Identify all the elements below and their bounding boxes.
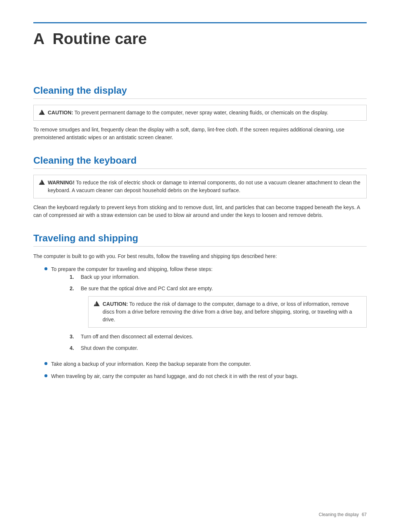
caution-label-display: CAUTION:	[48, 110, 73, 116]
section-cleaning-keyboard: Cleaning the keyboard WARNING! To reduce…	[33, 155, 367, 219]
section-title-cleaning-display: Cleaning the display	[33, 85, 367, 99]
warning-box-content-keyboard: WARNING! To reduce the risk of electric …	[48, 179, 361, 194]
chapter-letter: A	[33, 30, 44, 47]
numbered-label-3: 3.	[70, 333, 77, 341]
caution-triangle-drive-icon	[94, 301, 100, 306]
warning-box-keyboard: WARNING! To reduce the risk of electric …	[33, 175, 367, 198]
caution-label-drive: CAUTION:	[103, 301, 128, 307]
footer-page-number: 67	[362, 512, 367, 517]
caution-box-drive: CAUTION: To reduce the risk of damage to…	[88, 296, 367, 328]
bullet-text-prepare: To prepare the computer for traveling an…	[51, 265, 367, 356]
numbered-text-3: Turn off and then disconnect all externa…	[81, 333, 367, 341]
body-text-traveling-intro: The computer is built to go with you. Fo…	[33, 252, 367, 260]
bullet-dot-prepare	[44, 267, 47, 270]
body-text-display: To remove smudges and lint, frequently c…	[33, 126, 367, 141]
section-cleaning-display: Cleaning the display CAUTION: To prevent…	[33, 85, 367, 141]
caution-text-drive: To reduce the risk of damage to the comp…	[103, 301, 352, 322]
numbered-list-steps: 1. Back up your information. 2. Be sure …	[70, 273, 367, 352]
caution-text-display: To prevent permanent damage to the compu…	[74, 110, 328, 116]
warning-triangle-icon	[39, 180, 45, 185]
body-text-keyboard: Clean the keyboard regularly to prevent …	[33, 204, 367, 219]
chapter-title-text: Routine care	[53, 30, 147, 47]
section-title-traveling: Traveling and shipping	[33, 232, 367, 247]
bullet-dot-backup	[44, 362, 47, 365]
warning-label-keyboard: WARNING!	[48, 180, 74, 185]
caution-box-content-drive: CAUTION: To reduce the risk of damage to…	[103, 300, 361, 324]
bullet-dot-air	[44, 374, 47, 377]
warning-text-keyboard: To reduce the risk of electric shock or …	[48, 180, 360, 193]
caution-box-drive-inner: CAUTION: To reduce the risk of damage to…	[88, 296, 367, 328]
page-footer: Cleaning the display 67	[319, 512, 367, 517]
numbered-label-1: 1.	[70, 273, 77, 281]
section-traveling-shipping: Traveling and shipping The computer is b…	[33, 232, 367, 380]
chapter-title: A Routine care	[33, 30, 367, 48]
bullet-text-air: When traveling by air, carry the compute…	[51, 372, 367, 380]
numbered-text-2: Be sure that the optical drive and PC Ca…	[81, 285, 367, 292]
numbered-item-4: 4. Shut down the computer.	[70, 344, 367, 352]
bullet-label-prepare: To prepare the computer for traveling an…	[51, 266, 213, 272]
caution-triangle-icon	[39, 110, 45, 115]
numbered-item-1: 1. Back up your information.	[70, 273, 367, 281]
numbered-label-4: 4.	[70, 344, 77, 352]
numbered-label-2: 2.	[70, 285, 77, 292]
page: A Routine care Cleaning the display CAUT…	[0, 0, 400, 532]
section-title-cleaning-keyboard: Cleaning the keyboard	[33, 155, 367, 169]
bullet-item-air: When traveling by air, carry the compute…	[44, 372, 367, 380]
bullet-item-prepare: To prepare the computer for traveling an…	[44, 265, 367, 356]
numbered-item-3: 3. Turn off and then disconnect all exte…	[70, 333, 367, 341]
numbered-item-2: 2. Be sure that the optical drive and PC…	[70, 285, 367, 292]
footer-section-label: Cleaning the display	[319, 512, 359, 517]
footer-text: Cleaning the display 67	[319, 512, 367, 517]
caution-box-display: CAUTION: To prevent permanent damage to …	[33, 105, 367, 121]
bullet-text-backup: Take along a backup of your information.…	[51, 360, 367, 368]
numbered-text-4: Shut down the computer.	[81, 344, 367, 352]
chapter-header: A Routine care	[33, 22, 367, 48]
bullet-list-traveling: To prepare the computer for traveling an…	[44, 265, 367, 380]
bullet-item-backup: Take along a backup of your information.…	[44, 360, 367, 368]
numbered-text-1: Back up your information.	[81, 273, 367, 281]
caution-box-content-display: CAUTION: To prevent permanent damage to …	[48, 109, 361, 117]
